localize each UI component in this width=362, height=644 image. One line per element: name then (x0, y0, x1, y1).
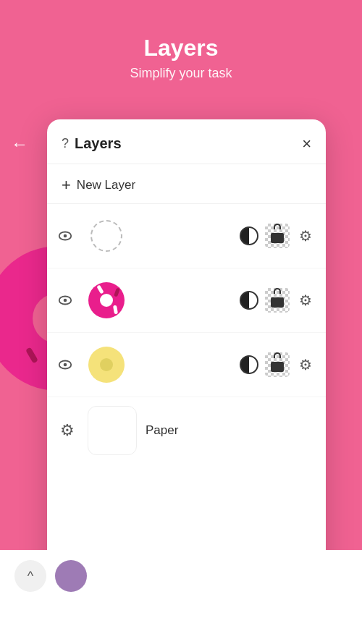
layer-list: ⚙ (47, 204, 326, 464)
panel-header: ? Layers × (47, 119, 326, 164)
svg-point-1 (64, 234, 67, 238)
blend-mode-icon (240, 226, 258, 245)
lock-icon (265, 224, 290, 248)
lock-icon (265, 352, 290, 377)
sprinkle-1 (96, 285, 104, 295)
lock-overlay (271, 358, 284, 372)
layer-controls: ⚙ (237, 288, 317, 313)
donut-hole (100, 294, 113, 307)
layer-controls: ⚙ (237, 352, 317, 377)
lock-overlay (271, 294, 284, 308)
app-subtitle: Simplify your task (14, 66, 348, 81)
sprinkle-3 (113, 305, 118, 315)
layers-panel: ? Layers × + New Layer (47, 119, 326, 590)
bottom-toolbar: ^ (0, 550, 362, 644)
blend-mode-icon (240, 355, 258, 374)
svg-point-3 (64, 299, 67, 302)
lock-shackle (274, 224, 281, 229)
layer-preview (88, 347, 125, 383)
paper-layer-row: ⚙ Paper (47, 397, 326, 464)
close-button[interactable]: × (302, 136, 311, 152)
layer-settings-button[interactable]: ⚙ (294, 289, 317, 312)
collapse-button[interactable]: ^ (14, 560, 46, 592)
visibility-toggle[interactable] (56, 226, 75, 245)
blend-mode-button[interactable] (237, 224, 261, 247)
sprinkle-2 (114, 288, 120, 297)
blend-mode-button[interactable] (237, 353, 261, 376)
visibility-toggle[interactable] (56, 355, 75, 374)
layer-controls: ⚙ (237, 224, 317, 248)
app-title: Layers (14, 35, 348, 62)
layer-thumbnail[interactable] (82, 340, 131, 389)
new-layer-label: New Layer (77, 178, 135, 192)
lock-shackle (274, 288, 281, 294)
layer-thumbnail[interactable] (82, 276, 131, 325)
layer-row: ⚙ (47, 268, 326, 333)
app-header: Layers Simplify your task (0, 0, 362, 103)
plus-icon: + (62, 177, 71, 193)
svg-point-5 (64, 363, 67, 367)
lock-button[interactable] (265, 224, 290, 248)
donut-hole (100, 358, 113, 371)
layer-thumbnail[interactable] (82, 211, 131, 260)
lock-overlay (271, 229, 284, 243)
blend-mode-icon (240, 291, 258, 310)
paper-label: Paper (146, 423, 178, 438)
lock-button[interactable] (265, 352, 290, 377)
lock-body (271, 362, 284, 372)
panel-title-group: ? Layers (62, 135, 122, 152)
back-arrow-icon[interactable]: ← (11, 134, 28, 154)
visibility-toggle[interactable] (56, 291, 75, 310)
layer-settings-button[interactable]: ⚙ (294, 224, 317, 247)
paper-thumbnail[interactable] (88, 406, 137, 455)
lock-body (271, 297, 284, 308)
color-swatch[interactable] (55, 560, 87, 592)
lock-body (271, 233, 284, 243)
layer-preview (90, 220, 122, 252)
lock-button[interactable] (265, 288, 290, 313)
new-layer-button[interactable]: + New Layer (47, 164, 326, 204)
paper-settings-button[interactable]: ⚙ (56, 419, 79, 442)
help-icon[interactable]: ? (62, 136, 69, 151)
lock-shackle (274, 352, 281, 358)
panel-title: Layers (75, 135, 122, 152)
layer-row: ⚙ (47, 333, 326, 397)
layer-settings-button[interactable]: ⚙ (294, 353, 317, 376)
layer-row: ⚙ (47, 204, 326, 268)
layer-preview (88, 282, 125, 318)
lock-icon (265, 288, 290, 313)
blend-mode-button[interactable] (237, 289, 261, 312)
chevron-up-icon: ^ (28, 569, 33, 584)
